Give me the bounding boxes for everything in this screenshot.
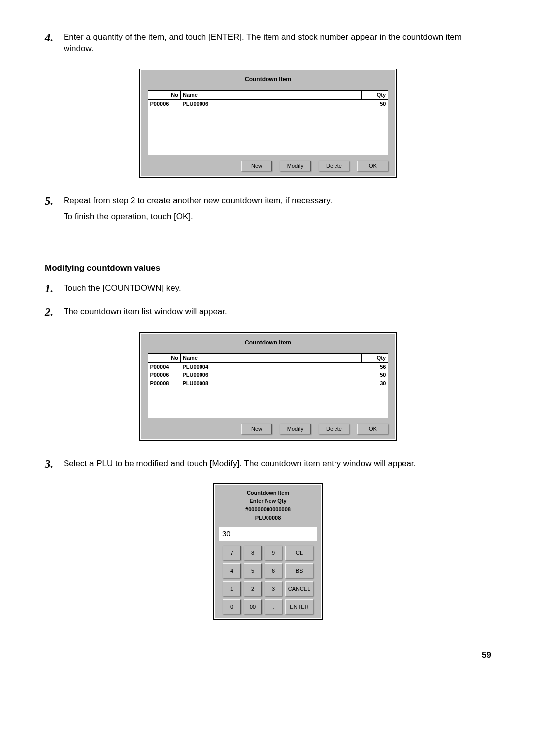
cell-no: P00006 xyxy=(148,99,181,108)
col-no: No xyxy=(148,91,181,100)
step-b1: 1. Touch the [COUNTDOWN] key. xyxy=(45,281,491,299)
keypad-title: Countdown Item xyxy=(219,489,317,497)
key-dot[interactable]: . xyxy=(265,599,282,614)
key-6[interactable]: 6 xyxy=(265,563,282,578)
new-button[interactable]: New xyxy=(241,161,272,171)
step-body: The countdown item list window will appe… xyxy=(64,304,491,323)
dialog-buttons: New Modify Delete OK xyxy=(148,424,388,434)
key-enter[interactable]: ENTER xyxy=(285,599,313,614)
cell-no: P00008 xyxy=(148,379,181,388)
cell-qty: 50 xyxy=(362,371,388,379)
step-body: Repeat from step 2 to create another new… xyxy=(64,193,491,228)
cell-no: P00004 xyxy=(148,362,181,371)
key-bs[interactable]: BS xyxy=(285,563,313,578)
key-00[interactable]: 00 xyxy=(244,599,262,614)
step-b2: 2. The countdown item list window will a… xyxy=(45,304,491,323)
key-3[interactable]: 3 xyxy=(265,581,282,596)
cell-name: PLU00004 xyxy=(181,362,362,371)
page-number: 59 xyxy=(45,650,491,661)
cell-name: PLU00006 xyxy=(181,99,362,108)
dialog-table-area: No Name Qty P00006 PLU00006 50 xyxy=(148,90,388,155)
cell-name: PLU00008 xyxy=(181,379,362,388)
countdown-dialog-2: Countdown Item No Name Qty P00004 PLU000… xyxy=(139,332,397,441)
key-8[interactable]: 8 xyxy=(244,546,262,560)
countdown-table: No Name Qty P00004 PLU00004 56 P00006 PL… xyxy=(148,353,388,388)
cell-qty: 50 xyxy=(362,99,388,108)
step-text-line1: Repeat from step 2 to create another new… xyxy=(64,195,491,206)
col-name: Name xyxy=(181,353,362,362)
dialog-title: Countdown Item xyxy=(148,339,388,346)
countdown-dialog-1: Countdown Item No Name Qty P00006 PLU000… xyxy=(139,69,397,178)
modify-button[interactable]: Modify xyxy=(280,161,311,171)
cell-name: PLU00006 xyxy=(181,371,362,379)
table-row[interactable]: P00004 PLU00004 56 xyxy=(148,362,388,371)
dialog-buttons: New Modify Delete OK xyxy=(148,161,388,171)
key-4[interactable]: 4 xyxy=(223,563,241,578)
step-text: Enter a quantity of the item, and touch … xyxy=(64,32,491,55)
key-cancel[interactable]: CANCEL xyxy=(285,581,313,596)
countdown-table: No Name Qty P00006 PLU00006 50 xyxy=(148,90,388,108)
countdown-entry-dialog: Countdown Item Enter New Qty #0000000000… xyxy=(213,483,323,620)
table-row[interactable]: P00008 PLU00008 30 xyxy=(148,379,388,388)
table-row[interactable]: P00006 PLU00006 50 xyxy=(148,99,388,108)
table-row[interactable]: P00006 PLU00006 50 xyxy=(148,371,388,379)
col-name: Name xyxy=(181,91,362,100)
step-number: 3. xyxy=(45,456,64,475)
step-number: 1. xyxy=(45,281,64,299)
keypad-sub3: PLU00008 xyxy=(219,514,317,522)
key-5[interactable]: 5 xyxy=(244,563,262,578)
dialog-table-area: No Name Qty P00004 PLU00004 56 P00006 PL… xyxy=(148,353,388,418)
key-1[interactable]: 1 xyxy=(223,581,241,596)
modify-button[interactable]: Modify xyxy=(280,424,311,434)
step-number: 5. xyxy=(45,193,64,228)
key-0[interactable]: 0 xyxy=(223,599,241,614)
ok-button[interactable]: OK xyxy=(357,424,388,434)
col-qty: Qty xyxy=(362,353,388,362)
step-body: Select a PLU to be modified and touch [M… xyxy=(64,456,491,475)
key-9[interactable]: 9 xyxy=(265,546,282,560)
cell-qty: 56 xyxy=(362,362,388,371)
step-body: Touch the [COUNTDOWN] key. xyxy=(64,281,491,299)
new-button[interactable]: New xyxy=(241,424,272,434)
step-text: The countdown item list window will appe… xyxy=(64,306,491,318)
keypad-sub1: Enter New Qty xyxy=(219,497,317,505)
col-no: No xyxy=(148,353,181,362)
qty-display[interactable]: 30 xyxy=(219,527,317,541)
col-qty: Qty xyxy=(362,91,388,100)
step-number: 4. xyxy=(45,30,64,60)
cell-qty: 30 xyxy=(362,379,388,388)
step-body: Enter a quantity of the item, and touch … xyxy=(64,30,491,60)
keypad-grid: 7 8 9 CL 4 5 6 BS 1 2 3 CANCEL 0 00 . EN… xyxy=(219,546,317,614)
step-text: Touch the [COUNTDOWN] key. xyxy=(64,283,491,294)
keypad-sub2: #00000000000008 xyxy=(219,506,317,513)
step-4: 4. Enter a quantity of the item, and tou… xyxy=(45,30,491,60)
step-text-line2: To finish the operation, touch [OK]. xyxy=(64,211,491,223)
step-b3: 3. Select a PLU to be modified and touch… xyxy=(45,456,491,475)
delete-button[interactable]: Delete xyxy=(319,424,349,434)
dialog-title: Countdown Item xyxy=(148,75,388,83)
section-title: Modifying countdown values xyxy=(45,263,491,274)
step-5: 5. Repeat from step 2 to create another … xyxy=(45,193,491,228)
cell-no: P00006 xyxy=(148,371,181,379)
key-cl[interactable]: CL xyxy=(285,546,313,560)
key-7[interactable]: 7 xyxy=(223,546,241,560)
step-text: Select a PLU to be modified and touch [M… xyxy=(64,458,491,470)
delete-button[interactable]: Delete xyxy=(319,161,349,171)
ok-button[interactable]: OK xyxy=(357,161,388,171)
step-number: 2. xyxy=(45,304,64,323)
key-2[interactable]: 2 xyxy=(244,581,262,596)
